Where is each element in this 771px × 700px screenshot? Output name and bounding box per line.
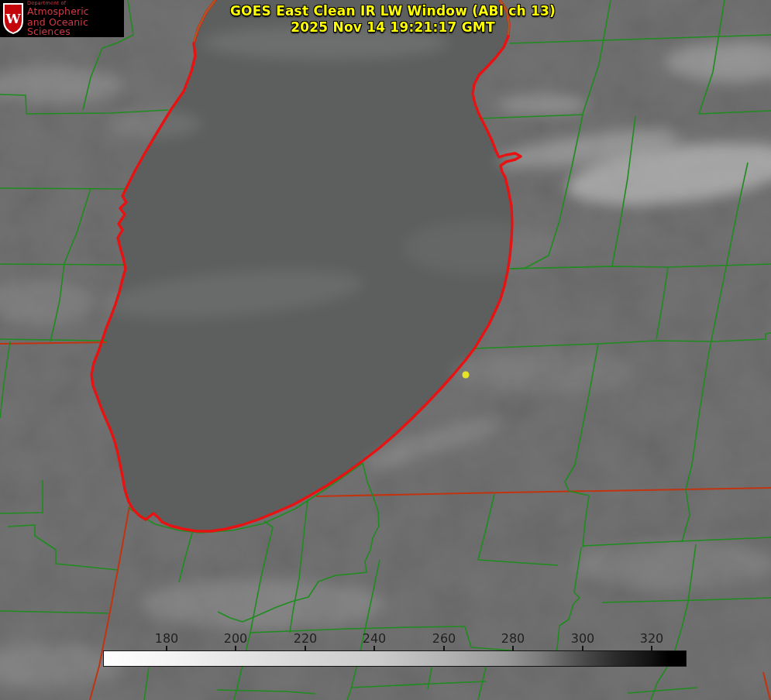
logo-line-oceanic: and Oceanic Sciences: [27, 18, 124, 37]
colorbar-tick-label: 180: [148, 631, 185, 646]
logo-line-atmospheric: Atmospheric: [27, 7, 124, 17]
uw-crest-icon: W: [2, 2, 24, 35]
colorbar-tick-label: 200: [217, 631, 254, 646]
colorbar-tick: [651, 646, 652, 650]
colorbar-tick: [166, 646, 167, 650]
colorbar-tick-label: 240: [356, 631, 393, 646]
colorbar-tick-label: 300: [564, 631, 601, 646]
colorbar-tick-label: 220: [287, 631, 324, 646]
satellite-image-viewport: 180 200 220 240 260 280 300 320 GOES Eas…: [0, 0, 771, 700]
uw-aos-logo: W Department of Atmospheric and Oceanic …: [0, 0, 124, 37]
temperature-colorbar: [103, 650, 687, 667]
satellite-map[interactable]: [0, 0, 771, 700]
station-marker: [463, 372, 470, 379]
svg-text:W: W: [5, 11, 21, 26]
colorbar-tick: [582, 646, 583, 650]
colorbar-tick: [235, 646, 236, 650]
colorbar-tick-label: 320: [633, 631, 670, 646]
colorbar-tick-label: 280: [494, 631, 532, 646]
colorbar-tick-label: 260: [425, 631, 463, 646]
colorbar-tick: [512, 646, 514, 650]
colorbar-tick: [443, 646, 445, 650]
colorbar-tick: [373, 646, 375, 650]
colorbar-tick: [305, 646, 306, 650]
